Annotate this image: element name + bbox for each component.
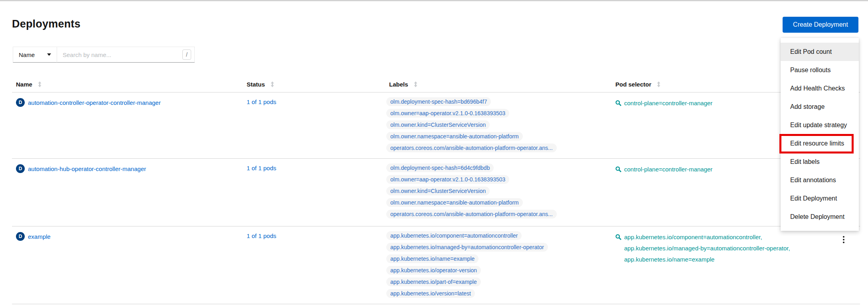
- status-link[interactable]: 1 of 1 pods: [247, 98, 276, 105]
- menu-item-edit-deployment[interactable]: Edit Deployment: [781, 189, 859, 208]
- menu-item-delete-deployment[interactable]: Delete Deployment: [781, 208, 859, 226]
- label-pill[interactable]: app.kubernetes.io/part-of=example: [386, 277, 481, 286]
- pod-selector-link[interactable]: control-plane=controller-manager: [624, 98, 712, 109]
- deployments-table: NameStatusLabelsPod selector D automatio…: [12, 76, 860, 304]
- magnifying-glass-icon: [615, 100, 621, 106]
- pod-selector-cell: app.kubernetes.io/component=automationco…: [611, 226, 834, 265]
- label-pill[interactable]: olm.owner=aap-operator.v2.1.0-0.16383935…: [386, 175, 509, 184]
- sort-icon: [657, 81, 660, 87]
- name-cell: D example: [12, 226, 243, 241]
- pod-selector-lines: control-plane=controller-manager: [624, 164, 712, 175]
- labels-cell: app.kubernetes.io/component=automationco…: [385, 226, 611, 301]
- filter-toolbar: Name /: [13, 47, 195, 63]
- deployment-resource-badge: D: [16, 232, 25, 241]
- table-row: D automation-controller-operator-control…: [12, 92, 860, 158]
- sort-icon: [38, 81, 42, 87]
- menu-item-add-storage[interactable]: Add storage: [781, 98, 859, 116]
- column-header-name[interactable]: Name: [12, 81, 243, 88]
- menu-item-edit-update-strategy[interactable]: Edit update strategy: [781, 116, 859, 134]
- pod-selector-link[interactable]: app.kubernetes.io/managed-by=automationc…: [624, 243, 790, 254]
- menu-item-add-health-checks[interactable]: Add Health Checks: [781, 79, 859, 98]
- deployment-resource-badge: D: [16, 164, 25, 173]
- table-row: D example 1 of 1 pods app.kubernetes.io/…: [12, 226, 860, 304]
- menu-item-pause-rollouts[interactable]: Pause rollouts: [781, 61, 859, 79]
- column-header-label: Status: [247, 81, 265, 88]
- menu-item-edit-pod-count[interactable]: Edit Pod count: [781, 43, 859, 61]
- search-input[interactable]: [57, 47, 194, 62]
- deployment-resource-badge: D: [16, 98, 25, 107]
- column-header-labels[interactable]: Labels: [385, 81, 611, 88]
- label-pill[interactable]: app.kubernetes.io/managed-by=automationc…: [386, 243, 548, 252]
- labels-cell: olm.deployment-spec-hash=6d4c9fdbdbolm.o…: [385, 159, 611, 221]
- status-link[interactable]: 1 of 1 pods: [247, 232, 276, 239]
- status-cell: 1 of 1 pods: [243, 226, 385, 239]
- table-body: D automation-controller-operator-control…: [12, 92, 860, 304]
- status-link[interactable]: 1 of 1 pods: [247, 165, 276, 171]
- magnifying-glass-icon: [615, 166, 621, 172]
- page-title: Deployments: [12, 18, 81, 30]
- label-pill[interactable]: operators.coreos.com/ansible-automation-…: [386, 144, 557, 152]
- deployment-name-link[interactable]: automation-hub-operator-controller-manag…: [28, 165, 146, 172]
- label-pill[interactable]: olm.owner.kind=ClusterServiceVersion: [386, 187, 490, 195]
- sort-icon: [414, 81, 417, 87]
- column-header-label: Labels: [389, 81, 408, 88]
- label-pill[interactable]: olm.owner.namespace=ansible-automation-p…: [386, 198, 523, 207]
- sort-icon: [271, 81, 274, 87]
- filter-type-label: Name: [19, 51, 35, 58]
- filter-type-dropdown[interactable]: Name: [13, 47, 57, 63]
- label-pill[interactable]: app.kubernetes.io/operator-version: [386, 266, 481, 275]
- name-cell: D automation-hub-operator-controller-man…: [12, 159, 243, 173]
- label-pill[interactable]: app.kubernetes.io/name=example: [386, 254, 478, 263]
- status-cell: 1 of 1 pods: [243, 92, 385, 105]
- search-box: /: [57, 47, 195, 63]
- labels-cell: olm.deployment-spec-hash=bd696b4f7olm.ow…: [385, 92, 611, 155]
- pod-selector-lines: control-plane=controller-manager: [624, 98, 712, 109]
- deployment-name-link[interactable]: example: [28, 233, 51, 240]
- table-header-row: NameStatusLabelsPod selector: [12, 76, 860, 92]
- magnifying-glass-icon: [615, 234, 621, 240]
- status-cell: 1 of 1 pods: [243, 159, 385, 171]
- label-pill[interactable]: app.kubernetes.io/version=latest: [386, 289, 475, 298]
- table-row: D automation-hub-operator-controller-man…: [12, 158, 860, 226]
- actions-dropdown-menu: Edit Pod countPause rolloutsAdd Health C…: [781, 38, 859, 231]
- label-pill[interactable]: olm.deployment-spec-hash=bd696b4f7: [386, 97, 491, 106]
- label-pill[interactable]: olm.deployment-spec-hash=6d4c9fdbdb: [386, 163, 494, 172]
- label-pill[interactable]: operators.coreos.com/ansible-automation-…: [386, 210, 557, 218]
- label-pill[interactable]: app.kubernetes.io/component=automationco…: [386, 231, 522, 240]
- create-deployment-button[interactable]: Create Deployment: [783, 17, 858, 33]
- keyboard-shortcut-badge: /: [182, 49, 191, 60]
- pod-selector-link[interactable]: app.kubernetes.io/name=example: [624, 254, 790, 265]
- pod-selector-link[interactable]: app.kubernetes.io/component=automationco…: [624, 232, 790, 243]
- label-pill[interactable]: olm.owner.namespace=ansible-automation-p…: [386, 132, 523, 141]
- deployment-name-link[interactable]: automation-controller-operator-controlle…: [28, 99, 161, 106]
- pod-selector-lines: app.kubernetes.io/component=automationco…: [624, 232, 790, 265]
- pod-selector-link[interactable]: control-plane=controller-manager: [624, 164, 712, 175]
- label-pill[interactable]: olm.owner.kind=ClusterServiceVersion: [386, 120, 490, 129]
- menu-item-edit-annotations[interactable]: Edit annotations: [781, 171, 859, 189]
- name-cell: D automation-controller-operator-control…: [12, 92, 243, 107]
- column-header-label: Pod selector: [615, 81, 651, 88]
- kebab-menu-button[interactable]: [841, 234, 846, 245]
- label-pill[interactable]: olm.owner=aap-operator.v2.1.0-0.16383935…: [386, 109, 509, 118]
- menu-item-edit-resource-limits[interactable]: Edit resource limits: [781, 134, 859, 153]
- column-header-label: Name: [16, 81, 32, 88]
- menu-item-edit-labels[interactable]: Edit labels: [781, 153, 859, 171]
- column-header-status[interactable]: Status: [243, 81, 385, 88]
- caret-down-icon: [47, 53, 51, 56]
